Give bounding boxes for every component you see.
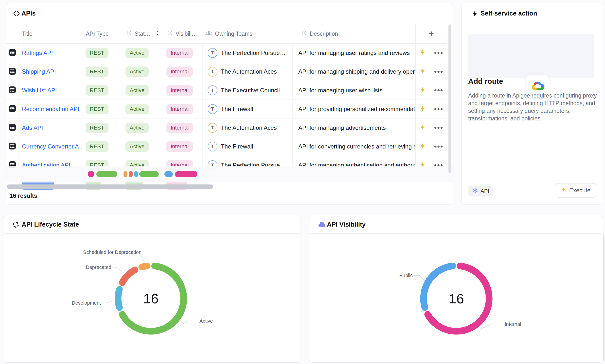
api-title-link[interactable]: Ads API (22, 124, 43, 131)
property-icon (167, 30, 173, 37)
team-name: The Firewall (221, 143, 253, 150)
team-avatar: T (208, 123, 217, 133)
execute-button-label: Execute (569, 187, 591, 194)
column-distribution-overlay (6, 166, 453, 182)
property-icon (301, 30, 307, 37)
table-row[interactable]: Ratings API REST Active Internal T The P… (6, 44, 447, 62)
donut-total: 16 (107, 254, 195, 343)
api-title-link[interactable]: Ratings API (22, 50, 53, 56)
visibility-badge: Internal (166, 104, 193, 114)
distribution-pill (124, 171, 127, 177)
self-service-action-card: Self-service action Add route Adding a r… (462, 3, 603, 204)
api-title-link[interactable]: Wish List API (22, 87, 57, 94)
visibility-badge: Internal (166, 48, 193, 58)
apis-card-header: APIs (6, 3, 453, 24)
apis-table-card: APIs Title API Type Stat… Visibili… Owni… (6, 3, 453, 204)
description-cell: API for managing user ratings and review… (293, 44, 415, 62)
add-column-button[interactable]: + (429, 29, 434, 38)
add-column-header: + (415, 24, 447, 44)
property-icon (126, 30, 132, 37)
catalog-entity-icon (9, 86, 16, 95)
catalog-entity-icon (9, 124, 16, 132)
visibility-badge: Internal (166, 123, 193, 133)
run-action-bolt-icon[interactable] (419, 105, 426, 113)
catalog-entity-icon (9, 142, 16, 151)
blueprint-asterisk-icon (472, 187, 478, 195)
column-header-description[interactable]: Description (301, 24, 338, 44)
segment-label-internal: Internal (505, 321, 521, 327)
visibility-badge: Internal (166, 141, 193, 152)
distribution-pill (88, 171, 94, 177)
table-row[interactable]: Wish List API REST Active Internal T The… (6, 81, 447, 100)
page-scrollbar[interactable] (603, 234, 605, 361)
api-title-link[interactable]: Shipping API (22, 68, 56, 75)
table-row[interactable]: Ads API REST Active Internal T The Autom… (6, 118, 447, 137)
description-cell: API for converting currencies and retrie… (293, 137, 415, 156)
description-cell: API for managing user wish lists (293, 81, 415, 100)
segment-label-deprecated: Deprecated (86, 265, 111, 270)
visibility-badge: Internal (166, 85, 193, 96)
run-action-bolt-icon[interactable] (419, 86, 426, 94)
lifecycle-chart-card: API Lifecycle State 16 Scheduled for Dep… (4, 215, 300, 363)
api-type-badge: REST (86, 48, 108, 58)
catalog-entity-icon (9, 49, 16, 57)
card-title: APIs (21, 10, 36, 17)
run-action-bolt-icon[interactable] (419, 68, 426, 76)
column-header-title[interactable]: Title (22, 24, 33, 44)
lifecycle-donut-chart: 16 Scheduled for Deprecation Deprecated … (4, 215, 300, 362)
api-type-badge: REST (86, 66, 108, 77)
google-cloud-icon (531, 80, 545, 93)
api-title-link[interactable]: Recommendation API (22, 106, 79, 113)
action-title: Add route (468, 77, 503, 85)
results-count: 16 results (10, 192, 37, 199)
team-avatar: T (208, 104, 217, 114)
column-header-visibility[interactable]: Visibili… (167, 24, 197, 44)
table-body: Ratings API REST Active Internal T The P… (6, 44, 447, 184)
execute-bolt-icon (561, 187, 566, 194)
table-row[interactable]: Recommendation API REST Active Internal … (6, 100, 447, 118)
team-name: The Executive Council (221, 87, 280, 94)
catalog-entity-icon (9, 105, 16, 113)
column-header-api-type[interactable]: API Type (86, 24, 109, 44)
team-avatar: T (208, 48, 217, 58)
lightning-bolt-icon (472, 10, 478, 18)
distribution-pill (134, 171, 138, 177)
people-group-icon (205, 30, 213, 37)
card-title: Self-service action (480, 10, 537, 17)
table-row[interactable]: Currency Converter A… REST Active Intern… (6, 137, 447, 156)
status-badge: Active (125, 123, 149, 133)
table-row[interactable]: Shipping API REST Active Internal T The … (6, 62, 447, 81)
column-header-owning-teams[interactable]: Owning Teams (205, 24, 252, 44)
distribution-pill (175, 171, 197, 177)
column-header-status[interactable]: Stat… (126, 24, 160, 44)
action-banner (468, 34, 594, 78)
description-cell: API for managing advertisements (293, 118, 415, 137)
blueprint-chip: API (468, 186, 493, 197)
distribution-pill (139, 171, 159, 177)
sort-icon[interactable] (156, 30, 160, 38)
segment-label-scheduled: Scheduled for Deprecation (83, 249, 132, 255)
status-badge: Active (125, 66, 149, 77)
run-action-bolt-icon[interactable] (419, 124, 426, 132)
status-badge: Active (125, 104, 149, 114)
execute-button[interactable]: Execute (555, 183, 596, 198)
team-name: The Automation Aces (221, 68, 277, 75)
visibility-chart-card: API Visibility 16 Public Internal (309, 215, 603, 363)
api-type-badge: REST (86, 123, 108, 133)
distribution-pill (129, 171, 133, 177)
description-cell: API for managing shipping and delivery o… (293, 62, 415, 81)
vertical-scrollbar[interactable] (448, 24, 451, 173)
run-action-bolt-icon[interactable] (419, 49, 426, 57)
team-name: The Automation Aces (221, 124, 277, 131)
code-brackets-icon (13, 10, 20, 18)
team-name: The Perfection Pursue… (221, 50, 286, 56)
api-type-badge: REST (86, 141, 108, 152)
horizontal-scrollbar[interactable] (7, 184, 213, 189)
segment-label-active: Active (199, 318, 213, 324)
api-title-link[interactable]: Currency Converter A… (22, 143, 83, 150)
action-footer: API Execute (462, 178, 603, 204)
run-action-bolt-icon[interactable] (419, 143, 426, 150)
team-avatar: T (208, 142, 217, 151)
status-badge: Active (125, 85, 149, 96)
status-badge: Active (125, 48, 149, 58)
